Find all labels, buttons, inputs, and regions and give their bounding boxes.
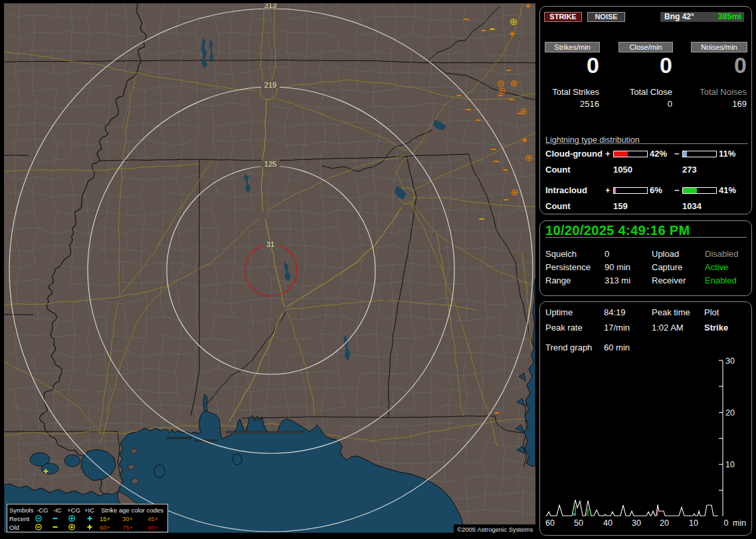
svg-text:-IC: -IC bbox=[53, 506, 62, 514]
svg-text:min: min bbox=[733, 518, 746, 528]
svg-text:+IC: +IC bbox=[84, 506, 94, 514]
svg-text:40: 40 bbox=[603, 518, 613, 528]
svg-text:31: 31 bbox=[266, 240, 274, 248]
svg-text:30: 30 bbox=[632, 518, 641, 528]
svg-text:20: 20 bbox=[725, 408, 735, 418]
svg-text:10: 10 bbox=[689, 518, 698, 528]
svg-text:Symbols: Symbols bbox=[9, 506, 34, 514]
svg-text:50: 50 bbox=[574, 518, 583, 528]
svg-text:0: 0 bbox=[724, 518, 729, 528]
svg-text:60+: 60+ bbox=[100, 524, 111, 531]
svg-text:Strike age color codes: Strike age color codes bbox=[101, 506, 163, 514]
svg-text:60: 60 bbox=[545, 518, 555, 528]
svg-text:45+: 45+ bbox=[147, 515, 159, 522]
svg-text:-CG: -CG bbox=[37, 506, 48, 514]
svg-text:30+: 30+ bbox=[122, 515, 134, 522]
svg-text:30: 30 bbox=[725, 356, 735, 366]
svg-text:90+: 90+ bbox=[147, 524, 159, 531]
svg-text:15+: 15+ bbox=[100, 515, 111, 522]
svg-text:313: 313 bbox=[264, 3, 276, 9]
svg-text:125: 125 bbox=[264, 160, 276, 168]
svg-text:Old: Old bbox=[9, 524, 19, 531]
svg-text:©2005 Astrogenic Systems: ©2005 Astrogenic Systems bbox=[457, 526, 533, 533]
svg-text:20: 20 bbox=[660, 518, 669, 528]
svg-text:10: 10 bbox=[725, 460, 735, 469]
svg-text:75+: 75+ bbox=[122, 524, 134, 531]
svg-text:+CG: +CG bbox=[67, 506, 80, 514]
svg-text:219: 219 bbox=[264, 81, 276, 89]
svg-text:Recent: Recent bbox=[9, 515, 29, 522]
